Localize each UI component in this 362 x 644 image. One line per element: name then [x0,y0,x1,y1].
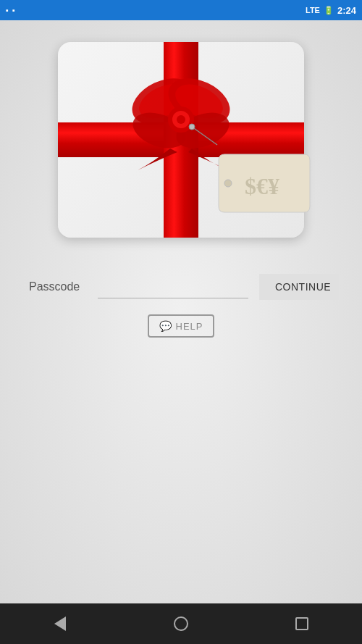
back-button[interactable] [46,609,75,638]
notification-icon-1: ▪ [6,6,9,14]
help-button[interactable]: 💬 HELP [148,314,215,338]
home-button[interactable] [167,609,195,638]
form-area: Passcode CONTINUE 💬 HELP [14,274,348,338]
battery-icon: 🔋 [324,6,334,15]
svg-point-10 [189,124,195,130]
notification-icon-2: ▪ [12,6,15,14]
main-content: $€¥ Passcode CONTINUE 💬 HELP [0,20,362,603]
back-icon [54,616,66,631]
passcode-label: Passcode [29,280,87,293]
passcode-row: Passcode CONTINUE [29,274,333,300]
status-bar-right: LTE 🔋 2:24 [306,5,356,16]
svg-text:$€¥: $€¥ [245,173,279,199]
home-icon [174,616,188,631]
continue-button[interactable]: CONTINUE [259,274,339,300]
svg-point-8 [177,115,185,124]
gift-card: $€¥ [58,42,304,238]
clock: 2:24 [337,5,356,16]
price-tag: $€¥ [217,151,311,216]
lte-icon: LTE [306,6,320,14]
recent-icon [295,617,308,630]
status-bar-left: ▪ ▪ [6,6,15,14]
help-chat-icon: 💬 [159,320,172,332]
help-label: HELP [176,321,203,332]
passcode-input[interactable] [98,275,248,298]
nav-bar [0,603,362,644]
status-bar: ▪ ▪ LTE 🔋 2:24 [0,0,362,20]
svg-point-11 [224,180,232,187]
recent-button[interactable] [287,609,316,638]
